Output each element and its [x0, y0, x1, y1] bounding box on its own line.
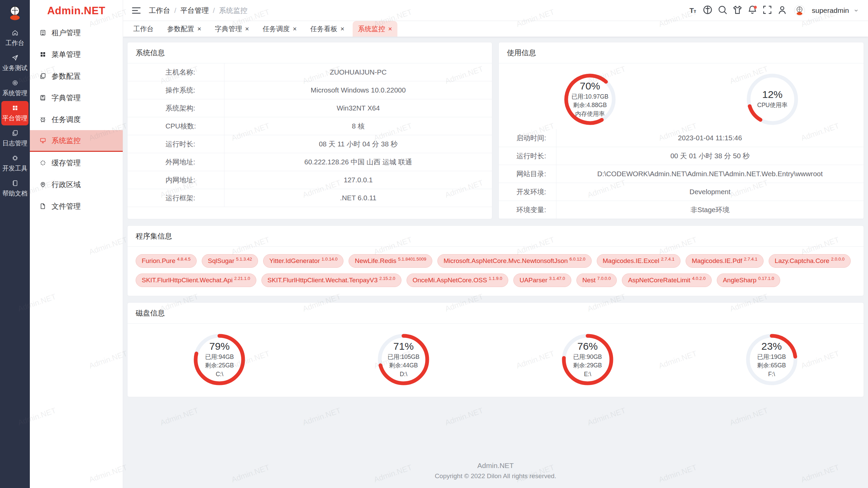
- info-row-value: Development: [556, 188, 864, 196]
- theme-button[interactable]: [732, 5, 743, 16]
- language-button[interactable]: [702, 5, 713, 16]
- copy-doc-icon: [39, 73, 46, 80]
- rail-item-workbench[interactable]: 工作台: [1, 26, 28, 50]
- app-root: 工作台业务测试系统管理平台管理日志管理开发工具帮助文档 Admin.NET 租户…: [0, 0, 868, 488]
- tab-dict-mgmt[interactable]: 字典管理×: [210, 21, 255, 37]
- sidebar-item-menu-mgmt[interactable]: 菜单管理: [30, 43, 123, 65]
- rail-item-help-docs[interactable]: 帮助文档: [1, 176, 28, 201]
- logo-text: Admin.NET: [30, 0, 123, 22]
- gauge-line: CPU使用率: [757, 101, 787, 109]
- main-area: 工作台/平台管理/系统监控 Tтsuperadmin 工作台参数配置×字典管理×…: [123, 0, 868, 488]
- assembly-version: 4.8.4.5: [177, 257, 191, 262]
- username[interactable]: superadmin: [812, 6, 849, 15]
- breadcrumb: 工作台/平台管理/系统监控: [149, 6, 248, 15]
- chevron-down-icon[interactable]: [853, 7, 859, 14]
- info-row-label: 环境变量:: [499, 201, 556, 219]
- tab-workbench[interactable]: 工作台: [128, 21, 159, 37]
- tab-close-icon[interactable]: ×: [340, 25, 344, 32]
- tab-task-schedule[interactable]: 任务调度×: [257, 21, 302, 37]
- breadcrumb-item[interactable]: 平台管理: [180, 6, 209, 15]
- sidebar-item-admin-region[interactable]: 行政区域: [30, 174, 123, 195]
- assembly-version: 5.1.3.42: [236, 257, 252, 262]
- info-row-label: 网站目录:: [499, 165, 556, 183]
- search-button[interactable]: [717, 5, 728, 16]
- gauge-percent: 71%: [393, 341, 414, 352]
- panel-title: 磁盘信息: [127, 303, 864, 324]
- gauge-percent: 70%: [580, 80, 600, 92]
- tab-close-icon[interactable]: ×: [245, 25, 249, 32]
- tab-task-board[interactable]: 任务看板×: [305, 21, 350, 37]
- sidebar-item-task-schedule[interactable]: 任务调度: [30, 108, 123, 130]
- rail-item-label: 业务测试: [2, 64, 27, 72]
- rail-item-dev-tools[interactable]: 开发工具: [1, 151, 28, 176]
- assembly-badge: UAParser3.1.47.0: [513, 273, 571, 287]
- assembly-badge: SKIT.FlurlHttpClient.Wechat.TenpayV32.15…: [261, 273, 401, 287]
- assembly-version: 6.0.12.0: [570, 257, 586, 262]
- notifications-button[interactable]: [747, 5, 758, 16]
- sidebar-item-label: 参数配置: [52, 71, 81, 81]
- tab-label: 参数配置: [167, 24, 194, 34]
- rail-item-label: 工作台: [5, 39, 24, 47]
- assembly-name: AspNetCoreRateLimit: [628, 277, 690, 284]
- sidebar-item-tenant-mgmt[interactable]: 租户管理: [30, 22, 123, 43]
- tab-param-config[interactable]: 参数配置×: [162, 21, 207, 37]
- collapse-menu-icon[interactable]: [131, 5, 142, 16]
- font-size-button[interactable]: Tт: [687, 5, 698, 16]
- tab-label: 系统监控: [358, 24, 385, 34]
- gauge-line: 已用:19GB: [757, 353, 786, 361]
- info-row: 操作系统:Microsoft Windows 10.0.22000: [127, 81, 492, 99]
- usage-info-table: 启动时间:2023-01-04 11:15:46运行时长:00 天 01 小时 …: [499, 129, 864, 219]
- tab-system-monitor[interactable]: 系统监控×: [353, 21, 398, 37]
- info-row: 运行框架:.NET 6.0.11: [127, 189, 492, 207]
- topbar-actions: Tтsuperadmin: [687, 5, 859, 16]
- disk-gauges: 79%已用:94GB剩余:25GBC:\71%已用:105GB剩余:44GBD:…: [127, 324, 864, 397]
- theme-shirt-icon: [732, 4, 743, 17]
- assembly-name: SKIT.FlurlHttpClient.Wechat.TenpayV3: [268, 277, 378, 284]
- user-icon: [776, 4, 788, 17]
- rail-item-log-mgmt[interactable]: 日志管理: [1, 126, 28, 150]
- assembly-name: Lazy.Captcha.Core: [775, 257, 829, 265]
- sidebar-item-cache-mgmt[interactable]: 缓存管理: [30, 152, 123, 174]
- sidebar-item-label: 菜单管理: [52, 49, 81, 59]
- assembly-version: 3.1.47.0: [549, 276, 565, 281]
- gauge-percent: 23%: [762, 341, 782, 352]
- rail-item-platform-mgmt[interactable]: 平台管理: [1, 101, 28, 125]
- profile-button[interactable]: [776, 5, 788, 16]
- fullscreen-button[interactable]: [762, 5, 773, 16]
- assembly-version: 2.0.0.0: [831, 257, 845, 262]
- tab-close-icon[interactable]: ×: [388, 25, 392, 32]
- gauge-line: 剩余:4.88GB: [573, 101, 607, 109]
- info-row-value: 2023-01-04 11:15:46: [556, 134, 864, 142]
- tab-close-icon[interactable]: ×: [197, 25, 201, 32]
- language-icon: [702, 4, 713, 17]
- assembly-version: 0.17.1.0: [758, 276, 774, 281]
- send-icon: [12, 54, 19, 61]
- breadcrumb-item[interactable]: 工作台: [149, 6, 170, 15]
- sidebar-item-system-monitor[interactable]: 系统监控: [30, 130, 123, 152]
- info-row: 外网地址:60.222.128.26 中国 山西 运城 联通: [127, 153, 492, 171]
- breadcrumb-separator: /: [213, 6, 215, 15]
- user-avatar[interactable]: [794, 5, 805, 16]
- sidebar-item-label: 租户管理: [52, 28, 81, 38]
- info-row-value: 08 天 11 小时 04 分 38 秒: [224, 139, 492, 149]
- assembly-version: 4.0.2.0: [692, 276, 706, 281]
- tab-close-icon[interactable]: ×: [293, 25, 297, 32]
- copy-doc-icon: [12, 129, 19, 137]
- disk-usage-ring: 23%已用:19GB剩余:65GBF:\: [744, 332, 800, 387]
- bell-icon: [747, 4, 758, 17]
- assembly-badge: Magicodes.IE.Excel2.7.4.1: [597, 254, 681, 268]
- top-panels-row: 系统信息 主机名称:ZUOHUAIJUN-PC操作系统:Microsoft Wi…: [127, 42, 864, 219]
- assembly-name: Nest: [583, 277, 596, 284]
- sidebar-item-file-mgmt[interactable]: 文件管理: [30, 195, 123, 217]
- info-row-label: 系统架构:: [127, 99, 224, 117]
- assembly-name: Magicodes.IE.Pdf: [692, 257, 742, 265]
- notification-dot: [754, 6, 757, 9]
- rail-item-business-test[interactable]: 业务测试: [1, 51, 28, 75]
- sidebar-item-label: 行政区域: [52, 180, 81, 189]
- sidebar-item-dict-mgmt[interactable]: 字典管理: [30, 87, 123, 108]
- rail-item-system-mgmt[interactable]: 系统管理: [1, 76, 28, 100]
- sidebar-item-param-config[interactable]: 参数配置: [30, 65, 123, 87]
- info-row-label: CPU核数:: [127, 117, 224, 135]
- assembly-name: UAParser: [519, 277, 547, 284]
- gauge-cell: 79%已用:94GB剩余:25GBC:\: [127, 332, 312, 387]
